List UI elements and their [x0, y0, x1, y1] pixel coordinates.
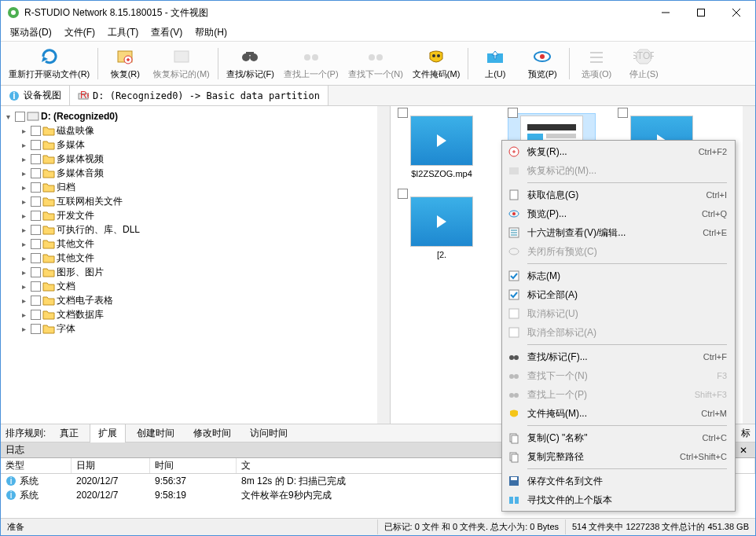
tree-item[interactable]: ▸归档	[2, 180, 388, 194]
expand-icon[interactable]: ▸	[18, 127, 29, 135]
file-item[interactable]: [2.	[398, 195, 485, 263]
ctx-find-prev-ver[interactable]: 寻找文件的上个版本	[504, 490, 733, 509]
tree-item[interactable]: ▸其他文件	[2, 251, 388, 265]
expand-icon[interactable]: ▸	[18, 211, 29, 220]
sort-real[interactable]: 真正	[52, 424, 86, 442]
ctx-save-names[interactable]: 保存文件名到文件	[504, 472, 733, 490]
menu-view[interactable]: 查看(V)	[145, 24, 189, 41]
up-button[interactable]: 上(U)	[472, 43, 519, 84]
checkbox[interactable]	[31, 267, 41, 277]
ctx-find-mark[interactable]: 查找/标记(F)...Ctrl+F	[504, 347, 733, 366]
file-mask-button[interactable]: 文件掩码(M)	[408, 43, 465, 84]
ctx-mark[interactable]: 标志(M)	[504, 266, 733, 285]
maximize-button[interactable]	[683, 2, 718, 24]
folder-tree[interactable]: ▾ D: (Recognized0) ▸磁盘映像▸多媒体▸多媒体视频▸多媒体音频…	[1, 106, 391, 424]
tree-item[interactable]: ▸多媒体音频	[2, 166, 388, 180]
checkbox[interactable]	[31, 239, 41, 249]
expand-icon[interactable]: ▸	[18, 169, 29, 178]
expand-icon[interactable]: ▸	[18, 226, 29, 234]
svg-point-12	[304, 54, 310, 61]
recover-button[interactable]: 恢复(R)	[101, 43, 149, 84]
menu-tools[interactable]: 工具(T)	[101, 24, 145, 41]
checkbox[interactable]	[31, 126, 41, 136]
tree-scrollbar[interactable]	[377, 106, 390, 424]
breadcrumb-tab[interactable]: Rec D: (Recognized0) -> Basic data parti…	[70, 86, 328, 105]
menu-drives[interactable]: 驱动器(D)	[4, 24, 58, 41]
col-time[interactable]: 时间	[150, 458, 237, 473]
ctx-copy-name[interactable]: 复制(C) "名称"Ctrl+C	[504, 428, 733, 447]
eye-icon	[507, 207, 521, 221]
expand-icon[interactable]: ▸	[18, 282, 29, 291]
expand-icon[interactable]: ▸	[18, 325, 29, 333]
minimize-button[interactable]	[648, 2, 683, 24]
tree-root[interactable]: ▾ D: (Recognized0)	[2, 109, 388, 123]
sort-modified[interactable]: 修改时间	[185, 424, 239, 442]
tree-item[interactable]: ▸开发文件	[2, 208, 388, 222]
checkbox[interactable]	[31, 211, 41, 221]
ctx-mark-all[interactable]: 标记全部(A)	[504, 285, 733, 304]
tree-item[interactable]: ▸文档	[2, 279, 388, 293]
folder-icon	[42, 295, 55, 306]
checkbox[interactable]	[618, 108, 628, 118]
expand-icon[interactable]: ▸	[18, 254, 29, 262]
window-title: R-STUDIO Network 8.15.180015 - 文件视图	[24, 6, 648, 20]
ctx-copy-path[interactable]: 复制完整路径Ctrl+Shift+C	[504, 447, 733, 466]
sort-ext[interactable]: 扩展	[90, 424, 126, 443]
log-close-button[interactable]: ✕	[736, 445, 750, 456]
checkbox[interactable]	[31, 253, 41, 263]
sort-accessed[interactable]: 访问时间	[242, 424, 295, 442]
checkbox[interactable]	[31, 296, 41, 306]
tree-item[interactable]: ▸互联网相关文件	[2, 194, 388, 208]
tree-item[interactable]: ▸文档数据库	[2, 307, 388, 321]
ctx-hex[interactable]: 十六进制查看(V)/编辑...Ctrl+E	[504, 223, 733, 242]
svg-rect-43	[510, 190, 518, 200]
svg-point-55	[509, 355, 514, 360]
expand-icon[interactable]: ▸	[18, 310, 29, 319]
tree-item[interactable]: ▸文档电子表格	[2, 293, 388, 307]
menu-file[interactable]: 文件(F)	[58, 24, 101, 41]
ctx-preview[interactable]: 预览(P)...Ctrl+Q	[504, 204, 733, 223]
checkbox[interactable]	[15, 112, 25, 122]
checkbox[interactable]	[31, 310, 41, 320]
col-date[interactable]: 日期	[72, 458, 150, 473]
checkbox[interactable]	[31, 140, 41, 150]
tree-item[interactable]: ▸磁盘映像	[2, 123, 388, 138]
file-item[interactable]: $I2ZSZOG.mp4	[398, 114, 485, 182]
ctx-recover[interactable]: 恢复(R)...Ctrl+F2	[504, 142, 733, 161]
menu-help[interactable]: 帮助(H)	[189, 24, 233, 41]
col-type[interactable]: 类型	[1, 458, 72, 473]
expand-icon[interactable]: ▸	[18, 296, 29, 305]
tree-item[interactable]: ▸多媒体视频	[2, 152, 388, 166]
find-mark-button[interactable]: 查找/标记(F)	[222, 43, 279, 84]
tree-item[interactable]: ▸其他文件	[2, 237, 388, 251]
tree-item[interactable]: ▸图形、图片	[2, 265, 388, 279]
ctx-file-mask[interactable]: 文件掩码(M)...Ctrl+M	[504, 404, 733, 423]
checkbox[interactable]	[31, 281, 41, 292]
checkbox[interactable]	[31, 168, 41, 178]
tree-item[interactable]: ▸字体	[2, 321, 388, 336]
expand-icon[interactable]: ▸	[18, 240, 29, 248]
expand-icon[interactable]: ▸	[18, 183, 29, 192]
tree-item[interactable]: ▸多媒体	[2, 138, 388, 152]
collapse-icon[interactable]: ▾	[2, 112, 13, 121]
reopen-drive-button[interactable]: 重新打开驱动文件(R)	[4, 43, 94, 84]
checkbox[interactable]	[31, 182, 41, 193]
expand-icon[interactable]: ▸	[18, 197, 29, 206]
preview-button[interactable]: 预览(P)	[519, 43, 566, 84]
tree-item[interactable]: ▸可执行的、库、DLL	[2, 222, 388, 237]
checkbox[interactable]	[398, 108, 408, 118]
ctx-get-info[interactable]: 获取信息(G)Ctrl+I	[504, 185, 733, 204]
checkbox[interactable]	[31, 154, 41, 164]
files-scrollbar[interactable]	[743, 106, 755, 424]
checkbox[interactable]	[31, 324, 41, 334]
checkbox[interactable]	[31, 225, 41, 235]
expand-icon[interactable]: ▸	[18, 268, 29, 277]
close-button[interactable]	[718, 2, 754, 24]
checkbox[interactable]	[398, 189, 408, 199]
checkbox[interactable]	[508, 108, 518, 118]
sort-created[interactable]: 创建时间	[129, 424, 182, 442]
checkbox[interactable]	[31, 196, 41, 207]
expand-icon[interactable]: ▸	[18, 155, 29, 163]
device-view-tab[interactable]: i 设备视图	[1, 86, 70, 105]
expand-icon[interactable]: ▸	[18, 141, 29, 149]
